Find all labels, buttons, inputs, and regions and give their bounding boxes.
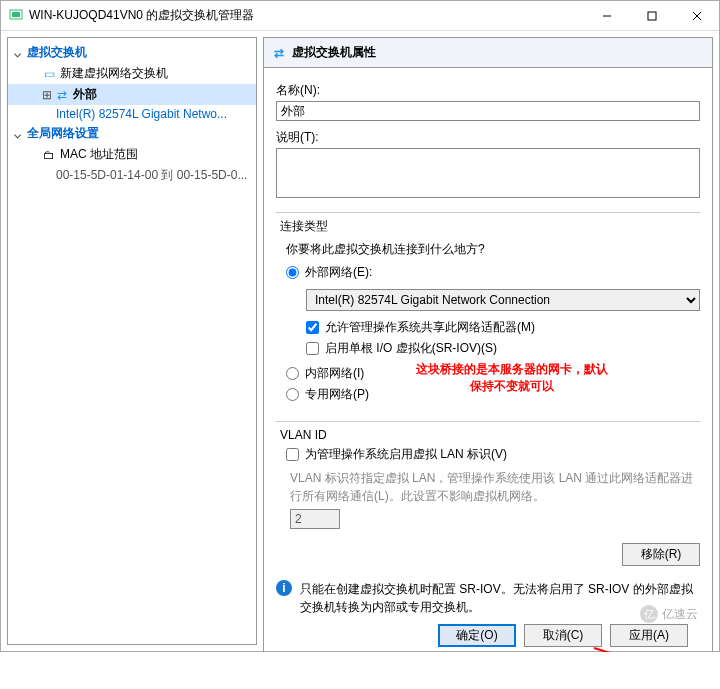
sriov-checkbox[interactable] [306,342,319,355]
app-icon [9,9,23,23]
info-icon: i [276,580,292,596]
maximize-button[interactable] [629,1,674,31]
sidebar-section-global[interactable]: ⌵ 全局网络设置 [8,123,256,144]
cancel-button[interactable]: 取消(C) [524,624,602,647]
window: WIN-KUJOQD41VN0 的虚拟交换机管理器 ⌵ 虚拟交换机 ▭ 新建虚拟… [0,0,720,652]
sidebar-item-mac-range[interactable]: 00-15-5D-01-14-00 到 00-15-5D-0... [8,165,256,186]
vlan-enable-checkbox[interactable] [286,448,299,461]
name-label: 名称(N): [276,82,700,99]
switch-icon: ⇄ [272,46,286,60]
dialog-footer: 确定(O) 取消(C) 应用(A) [276,616,700,652]
apply-button[interactable]: 应用(A) [610,624,688,647]
annotation-text: 这块桥接的是本服务器的网卡，默认 保持不变就可以 [416,361,608,395]
connection-type-group: 连接类型 你要将此虚拟交换机连接到什么地方? 外部网络(E): Intel(R)… [276,212,700,407]
name-input[interactable] [276,101,700,121]
vlan-id-input[interactable] [290,509,340,529]
chevron-down-icon: ⌵ [14,127,23,141]
private-label: 专用网络(P) [305,386,369,403]
switch-icon: ⇄ [55,88,69,102]
plus-icon: ⊞ [42,88,51,102]
sidebar-item-mac[interactable]: 🗀 MAC 地址范围 [8,144,256,165]
allow-mgmt-label: 允许管理操作系统共享此网络适配器(M) [325,319,535,336]
external-label: 外部网络(E): [305,264,372,281]
props-header: ⇄ 虚拟交换机属性 [263,37,713,68]
sidebar-item-external-adapter[interactable]: Intel(R) 82574L Gigabit Netwo... [8,105,256,123]
sriov-label: 启用单根 I/O 虚拟化(SR-IOV)(S) [325,340,497,357]
adapter-select[interactable]: Intel(R) 82574L Gigabit Network Connecti… [306,289,700,311]
main-panel: ⇄ 虚拟交换机属性 名称(N): 说明(T): 连接类型 你要将此虚拟交换机连接… [263,37,713,645]
sidebar-item-external[interactable]: ⊞ ⇄ 外部 [8,84,256,105]
info-row: i 只能在创建虚拟交换机时配置 SR-IOV。无法将启用了 SR-IOV 的外部… [276,580,700,616]
new-switch-icon: ▭ [42,67,56,81]
sidebar-section-vswitch[interactable]: ⌵ 虚拟交换机 [8,42,256,63]
window-title: WIN-KUJOQD41VN0 的虚拟交换机管理器 [29,7,254,24]
connection-type-title: 连接类型 [276,218,332,235]
vlan-enable-label: 为管理操作系统启用虚拟 LAN 标识(V) [305,446,507,463]
internal-radio[interactable] [286,367,299,380]
remove-button[interactable]: 移除(R) [622,543,700,566]
vlan-title: VLAN ID [276,428,331,442]
external-radio[interactable] [286,266,299,279]
ok-button[interactable]: 确定(O) [438,624,516,647]
desc-input[interactable] [276,148,700,198]
internal-label: 内部网络(I) [305,365,364,382]
sidebar: ⌵ 虚拟交换机 ▭ 新建虚拟网络交换机 ⊞ ⇄ 外部 Intel(R) 8257… [7,37,257,645]
desc-label: 说明(T): [276,129,700,146]
titlebar: WIN-KUJOQD41VN0 的虚拟交换机管理器 [1,1,719,31]
mac-icon: 🗀 [42,148,56,162]
svg-rect-1 [12,12,20,17]
private-radio[interactable] [286,388,299,401]
vlan-hint: VLAN 标识符指定虚拟 LAN，管理操作系统使用该 LAN 通过此网络适配器进… [290,469,700,505]
svg-rect-3 [648,12,656,20]
allow-mgmt-checkbox[interactable] [306,321,319,334]
minimize-button[interactable] [584,1,629,31]
connection-question: 你要将此虚拟交换机连接到什么地方? [286,241,700,258]
sidebar-item-new-vswitch[interactable]: ▭ 新建虚拟网络交换机 [8,63,256,84]
vlan-group: VLAN ID 为管理操作系统启用虚拟 LAN 标识(V) VLAN 标识符指定… [276,421,700,529]
watermark: 亿 亿速云 [640,605,698,623]
close-button[interactable] [674,1,719,31]
chevron-down-icon: ⌵ [14,46,23,60]
watermark-icon: 亿 [640,605,658,623]
